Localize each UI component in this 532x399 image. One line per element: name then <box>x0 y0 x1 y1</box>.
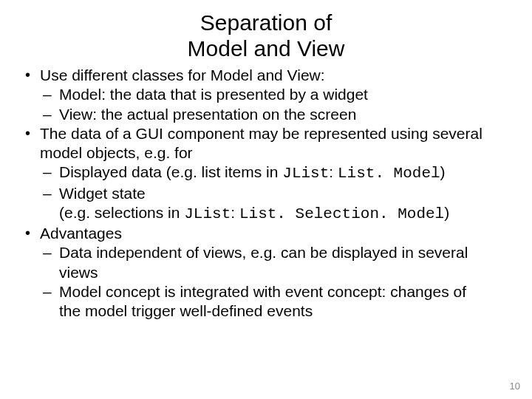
bullet-3-2-line2: the model trigger well-defined events <box>59 302 313 319</box>
bullet-2-2-line1: Widget state <box>59 185 146 202</box>
bullet-2-1-mid: : <box>329 163 338 180</box>
bullet-2-text-line1: The data of a GUI component may be repre… <box>40 125 482 142</box>
page-number: 10 <box>510 381 520 392</box>
bullet-2-1-code-listmodel: List. Model <box>338 165 440 182</box>
bullet-2-2-pre: (e.g. selections in <box>59 204 184 221</box>
bullet-1-sublist: Model: the data that is presented by a w… <box>40 85 511 124</box>
bullet-1-1-text: Model: the data that is presented by a w… <box>59 86 368 103</box>
bullet-3-sublist: Data independent of views, e.g. can be d… <box>40 243 511 321</box>
bullet-2: The data of a GUI component may be repre… <box>21 124 511 224</box>
bullet-3-1-line2: views <box>59 264 98 281</box>
bullet-3: Advantages Data independent of views, e.… <box>21 224 511 321</box>
title-line-1: Separation of <box>200 10 332 35</box>
bullet-2-1-pre: Displayed data (e.g. list items in <box>59 163 282 180</box>
bullet-2-2-mid: : <box>231 204 239 221</box>
bullet-1-2: View: the actual presentation on the scr… <box>40 105 511 124</box>
bullet-1-text: Use different classes for Model and View… <box>40 66 325 83</box>
title-line-2: Model and View <box>188 36 345 61</box>
bullet-2-text-line2: model objects, e.g. for <box>40 144 193 161</box>
bullet-2-1-code-jlist: JList <box>282 165 329 182</box>
slide: Separation of Model and View Use differe… <box>0 0 532 399</box>
bullet-3-2-line1: Model concept is integrated with event c… <box>59 283 466 300</box>
bullet-2-2-code-jlist: JList <box>184 205 231 222</box>
slide-body: Use different classes for Model and View… <box>0 66 532 321</box>
bullet-2-2: Widget state (e.g. selections in JList: … <box>40 184 511 225</box>
bullet-2-1: Displayed data (e.g. list items in JList… <box>40 163 511 183</box>
bullet-2-sublist: Displayed data (e.g. list items in JList… <box>40 163 511 224</box>
bullet-2-2-code-selectionmodel: List. Selection. Model <box>239 205 444 222</box>
bullet-3-2: Model concept is integrated with event c… <box>40 282 511 321</box>
bullet-2-2-post: ) <box>444 204 449 221</box>
bullet-list-level1: Use different classes for Model and View… <box>21 66 511 321</box>
bullet-2-1-post: ) <box>440 163 446 180</box>
bullet-1-2-text: View: the actual presentation on the scr… <box>59 106 356 123</box>
bullet-3-1: Data independent of views, e.g. can be d… <box>40 243 511 282</box>
slide-title: Separation of Model and View <box>0 0 532 66</box>
bullet-1: Use different classes for Model and View… <box>21 66 511 124</box>
bullet-1-1: Model: the data that is presented by a w… <box>40 85 511 104</box>
bullet-3-text: Advantages <box>40 225 122 242</box>
bullet-3-1-line1: Data independent of views, e.g. can be d… <box>59 244 468 261</box>
